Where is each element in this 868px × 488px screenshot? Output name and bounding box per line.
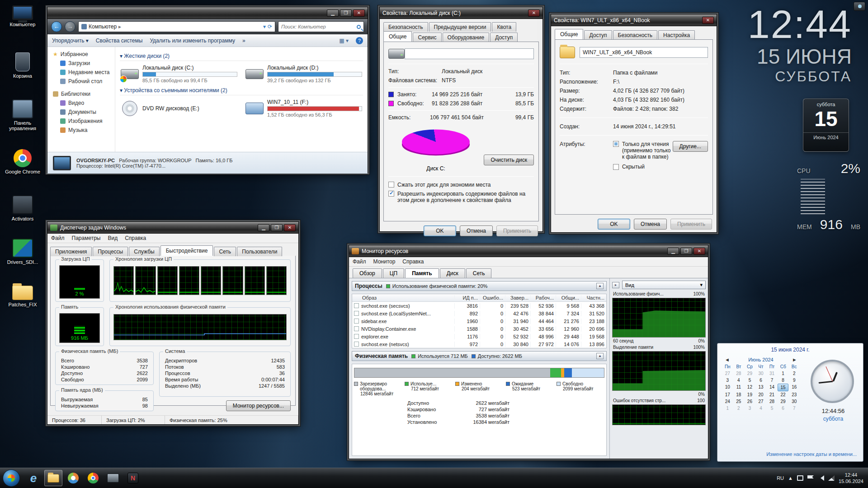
tray-expand-icon[interactable]: ▲ <box>788 475 793 481</box>
sidebar-item-downloads[interactable]: Загрузки <box>47 59 115 68</box>
calendar-day[interactable]: 4 <box>755 405 767 412</box>
calendar-day[interactable]: 9 <box>788 377 800 384</box>
calendar-day[interactable]: 30 <box>755 370 767 377</box>
breadcrumb[interactable]: Компьютер <box>89 23 117 30</box>
process-row[interactable]: sidebar.exe 1960031 94044 46421 27623 18… <box>352 317 606 325</box>
toolbar-more-button[interactable]: » <box>242 38 245 44</box>
desktop-icon-patches-fix[interactable]: Patches_FIX <box>4 286 42 307</box>
address-bar[interactable]: Компьютер ▸ ▾ ⟳ <box>78 21 275 32</box>
tab-performance[interactable]: Быстродействие <box>160 245 213 256</box>
calendar-day[interactable]: 6 <box>778 405 789 412</box>
tab-sharing[interactable]: Доступ <box>490 33 518 42</box>
tab-disk[interactable]: Диск <box>440 268 465 278</box>
calendar-day[interactable]: 5 <box>766 405 778 412</box>
volume-label-input[interactable] <box>405 48 534 59</box>
taskbar-app-icon[interactable]: N <box>124 470 142 486</box>
process-row[interactable]: NVDisplay.Container.exe 1588030 45233 65… <box>352 325 606 333</box>
calendar-day[interactable]: 17 <box>722 391 733 398</box>
tab-network[interactable]: Сеть <box>466 268 492 278</box>
drive-item-c[interactable]: Локальный диск (C:) 85,5 ГБ свободно из … <box>120 64 238 84</box>
tab-security[interactable]: Безопасность <box>383 22 428 32</box>
calendar-day[interactable]: 31 <box>766 370 778 377</box>
change-datetime-link[interactable]: Изменение настроек даты и времени... <box>766 451 857 457</box>
calendar-day[interactable]: 22 <box>778 391 789 398</box>
desktop-icon-chrome[interactable]: Google Chrome <box>4 149 42 174</box>
tray-action-center-icon[interactable] <box>807 475 814 481</box>
tab-sharing[interactable]: Доступ <box>584 30 612 40</box>
section-header-disks[interactable]: ▾ Жесткие диски (2) <box>120 52 363 61</box>
tab-memory[interactable]: Память <box>405 268 439 278</box>
sidebar-item-recent[interactable]: Недавние места <box>47 68 115 77</box>
calendar-day[interactable]: 27 <box>722 370 733 377</box>
process-row[interactable]: svchost.exe (secsvcs) 38160239 52852 936… <box>352 302 606 310</box>
tab-customize[interactable]: Настройка <box>658 30 695 40</box>
calendar-day[interactable]: 14 <box>766 384 778 391</box>
calendar-day[interactable]: 24 <box>722 398 733 405</box>
minimize-button[interactable]: ▁ <box>667 248 679 255</box>
menu-file[interactable]: Файл <box>349 258 370 266</box>
calendar-day[interactable]: 30 <box>788 398 800 405</box>
taskbar-explorer-icon[interactable] <box>44 470 62 486</box>
tab-networking[interactable]: Сеть <box>214 247 236 256</box>
menu-help[interactable]: Справка <box>399 258 427 266</box>
tab-hardware[interactable]: Оборудование <box>443 33 490 42</box>
address-dropdown-icon[interactable]: ▾ <box>263 23 266 30</box>
cancel-button[interactable]: Отмена <box>634 219 667 230</box>
compress-checkbox[interactable] <box>388 182 394 188</box>
system-properties-button[interactable]: Свойства системы <box>96 38 143 44</box>
start-button[interactable] <box>3 469 20 487</box>
index-checkbox[interactable] <box>388 191 394 197</box>
tab-cpu[interactable]: ЦП <box>383 268 405 278</box>
tab-services[interactable]: Службы <box>129 247 159 256</box>
calendar-day[interactable]: 1 <box>778 370 789 377</box>
calendar-day[interactable]: 2 <box>788 370 800 377</box>
section-header-removable[interactable]: ▾ Устройства со съемными носителями (2) <box>120 86 363 95</box>
close-button[interactable]: ✕ <box>528 9 540 17</box>
calendar-day[interactable]: 4 <box>733 377 745 384</box>
readonly-checkbox[interactable] <box>613 141 619 147</box>
tab-quota[interactable]: Квота <box>492 22 516 32</box>
calendar-day[interactable]: 28 <box>733 370 745 377</box>
calendar-day[interactable]: 29 <box>778 398 789 405</box>
calendar-day[interactable]: 29 <box>744 370 755 377</box>
taskbar-ie-icon[interactable]: e <box>24 470 42 486</box>
apply-button[interactable]: Применить <box>670 219 712 230</box>
menu-monitor[interactable]: Монитор <box>370 258 399 266</box>
cancel-button[interactable]: Отмена <box>460 225 493 236</box>
close-button[interactable]: ✕ <box>284 224 296 231</box>
desktop-icon-activators[interactable]: Activators <box>4 195 42 221</box>
process-checkbox[interactable] <box>354 311 359 316</box>
corner-widget-icon[interactable] <box>854 2 865 11</box>
tab-overview[interactable]: Обзор <box>353 268 382 278</box>
tab-tools[interactable]: Сервис <box>413 33 441 42</box>
close-button[interactable]: ✕ <box>353 9 365 17</box>
maximize-button[interactable]: ❐ <box>271 224 283 231</box>
explorer-titlebar[interactable]: ▁ ❐ ✕ <box>47 7 368 19</box>
window-titlebar[interactable]: Монитор ресурсов ▁ ❐ ✕ <box>349 245 708 257</box>
taskbar-display-app-icon[interactable] <box>104 470 122 486</box>
uninstall-button[interactable]: Удалить или изменить программу <box>150 38 235 44</box>
resource-monitor-button[interactable]: Монитор ресурсов... <box>226 400 291 411</box>
sidebar-item-libraries[interactable]: Библиотеки <box>47 89 115 99</box>
sidebar-item-favorites[interactable]: ★Избранное <box>47 50 115 59</box>
tray-clock[interactable]: 12:44 15.06.2024 <box>839 472 863 484</box>
minimize-button[interactable]: ▁ <box>258 224 269 231</box>
calendar-day[interactable]: 3 <box>722 377 733 384</box>
tray-volume-icon[interactable] <box>818 475 824 481</box>
process-row[interactable]: svchost.exe (LocalSystemNet... 892042 47… <box>352 310 606 317</box>
tray-display-icon[interactable] <box>797 475 803 481</box>
cpu-mem-gadget[interactable]: CPU 2% MEM 916 MB <box>797 161 860 239</box>
process-checkbox[interactable] <box>354 334 359 339</box>
other-attributes-button[interactable]: Другие... <box>673 141 708 152</box>
search-input[interactable] <box>281 24 357 29</box>
language-indicator[interactable]: RU <box>777 475 784 481</box>
next-month-icon[interactable]: ► <box>792 357 797 362</box>
sidebar-item-music[interactable]: Музыка <box>47 126 115 135</box>
desktop-icon-control-panel[interactable]: Панель управления <box>4 99 42 131</box>
forward-button[interactable]: → <box>65 21 75 32</box>
calendar-month-label[interactable]: Июнь 2024 <box>748 357 774 362</box>
physical-memory-section-header[interactable]: Физическая память Используется 712 МБ До… <box>352 351 607 361</box>
tray-network-icon[interactable] <box>828 475 835 481</box>
calendar-day[interactable]: 12 <box>744 384 755 391</box>
calendar-day[interactable]: 15 <box>778 384 789 391</box>
